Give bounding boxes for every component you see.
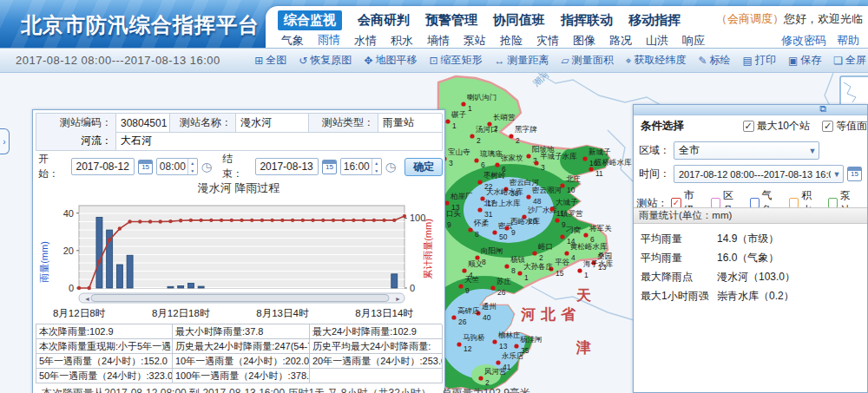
station-dot[interactable] (534, 160, 538, 165)
station-dot[interactable] (583, 233, 588, 237)
sub-nav-item[interactable]: 路况 (609, 33, 632, 48)
station-dot[interactable] (451, 315, 456, 319)
station-dot[interactable] (478, 376, 483, 380)
tool-measure-distance[interactable]: ↔测量距离 (494, 53, 549, 68)
main-nav-item[interactable]: 预警管理 (425, 12, 477, 29)
tool-pan[interactable]: ✥地图平移 (364, 53, 417, 68)
station-dot[interactable] (496, 360, 500, 364)
station-value-label: 4 (571, 253, 575, 262)
sub-nav-item[interactable]: 抢险 (500, 33, 523, 48)
nav-container: 综合监视会商研判预警管理协同值班指挥联动移动指挥 气象雨情水情积水墒情泵站抢险灾… (266, 6, 868, 48)
sub-nav-item[interactable]: 水情 (354, 33, 377, 48)
station-dot[interactable] (526, 154, 530, 158)
station-dot[interactable] (504, 264, 509, 268)
station-dot[interactable] (462, 268, 466, 272)
station-dot[interactable] (477, 207, 482, 212)
sub-nav-item[interactable]: 图像 (573, 33, 595, 48)
station-dot[interactable] (555, 218, 559, 222)
sub-nav-item[interactable]: 响应 (682, 33, 705, 48)
checkbox-icon[interactable]: ✓ (822, 121, 833, 132)
panel-collapse-tab[interactable]: › (0, 128, 10, 154)
sub-nav-item[interactable]: 泵站 (464, 33, 486, 48)
confirm-button[interactable]: 确定 (404, 158, 443, 176)
station-dot[interactable] (514, 344, 518, 348)
start-time-stepper[interactable]: 08:00 ▲▼ (156, 158, 198, 175)
station-dot[interactable] (468, 227, 472, 232)
station-dot[interactable] (477, 180, 482, 184)
main-nav-item[interactable]: 协同值班 (493, 12, 545, 29)
station-dot[interactable] (577, 268, 582, 272)
line-marker (321, 219, 325, 222)
main-nav-item[interactable]: 指挥联动 (561, 12, 613, 29)
stats-cell: 本次降雨量重现期:小于5年一遇 (36, 339, 173, 354)
sub-nav-item[interactable]: 积水 (391, 33, 413, 48)
station-dot[interactable] (504, 226, 509, 230)
station-dot[interactable] (458, 284, 463, 288)
start-date-input[interactable]: 2017-08-12 (71, 158, 135, 175)
station-dot[interactable] (495, 162, 499, 167)
tool-print[interactable]: ▤打印 (743, 53, 776, 68)
tool-reset-view[interactable]: ↺恢复原图 (299, 53, 352, 68)
help-link[interactable]: 帮助 (837, 33, 859, 48)
station-dot[interactable] (492, 230, 496, 234)
clock-icon[interactable]: ◷ (385, 160, 396, 174)
window-restore-icon[interactable]: ⧉ (819, 104, 826, 115)
station-dot[interactable] (526, 194, 530, 199)
line-marker (240, 219, 243, 222)
sub-nav-item[interactable]: 雨情 (318, 32, 340, 48)
station-dot[interactable] (509, 134, 513, 138)
station-dot[interactable] (470, 134, 474, 138)
main-nav-item[interactable]: 移动指挥 (628, 12, 681, 29)
tool-draw[interactable]: ✎标绘 (698, 53, 730, 68)
tool-measure-area[interactable]: ▱测量面积 (561, 53, 613, 68)
station-dot[interactable] (490, 285, 495, 290)
tool-save[interactable]: ▣保存 (788, 53, 821, 68)
station-dot[interactable] (474, 158, 478, 162)
tool-coordinates[interactable]: ⌖获取经纬度 (626, 53, 687, 68)
scroll-right-arrow[interactable]: ► (395, 296, 401, 302)
station-dot[interactable] (457, 342, 461, 346)
station-dot[interactable] (532, 251, 536, 255)
station-dot[interactable] (461, 102, 465, 106)
sub-nav-item[interactable]: 墒情 (427, 33, 450, 48)
calendar-icon[interactable]: 15 (322, 160, 336, 174)
region-select[interactable]: 全市 ▼ (674, 141, 819, 160)
overview-minimap[interactable] (840, 76, 868, 106)
time-spinner[interactable]: ▲▼ (187, 159, 197, 174)
chart-scrollbar-thumb[interactable] (91, 295, 389, 302)
change-password-link[interactable]: 修改密码 (781, 33, 826, 48)
clock-icon[interactable]: ◷ (201, 160, 212, 174)
station-dot[interactable] (445, 119, 450, 123)
time-spinner[interactable]: ▲▼ (372, 159, 381, 174)
station-dot[interactable] (564, 251, 569, 255)
station-dot[interactable] (589, 167, 593, 171)
sub-nav-item[interactable]: 灾情 (536, 33, 559, 48)
calendar-icon[interactable]: 15 (847, 167, 862, 181)
time-select[interactable]: 2017-08-12 08:00---2017-08-13 16:00 ▼ (674, 165, 844, 183)
isoline-checkbox[interactable]: ✓ 等值面 (822, 119, 867, 134)
station-dot[interactable] (517, 271, 522, 275)
station-dot[interactable] (582, 156, 587, 160)
station-name-label: 琉璃庙 (479, 149, 503, 158)
station-dot[interactable] (560, 183, 564, 187)
station-dot[interactable] (560, 234, 564, 239)
end-date-input[interactable]: 2017-08-13 (255, 158, 319, 175)
full-extent-icon: ⊞ (254, 55, 263, 67)
station-dot[interactable] (549, 206, 554, 211)
main-nav-item[interactable]: 综合监视 (278, 10, 342, 30)
end-time-stepper[interactable]: 16:00 ▲▼ (340, 158, 382, 175)
scroll-left-arrow[interactable]: ◄ (84, 296, 90, 302)
tool-full-extent[interactable]: ⊞全图 (254, 53, 286, 68)
station-dot[interactable] (492, 339, 496, 344)
main-nav-item[interactable]: 会商研判 (358, 12, 410, 29)
sub-nav-item[interactable]: 山洪 (646, 33, 668, 48)
calendar-icon[interactable]: 15 (138, 160, 152, 174)
line-marker (382, 219, 385, 222)
sub-nav-item[interactable]: 气象 (281, 33, 304, 48)
station-dot[interactable] (444, 200, 449, 205)
tool-full-screen[interactable]: ❏全屏 (833, 53, 866, 68)
max-stations-checkbox[interactable]: ✓ 最大10个站 (743, 119, 810, 134)
dispatch-mode-label[interactable]: （会商调度） (716, 12, 784, 25)
checkbox-icon[interactable]: ✓ (743, 121, 754, 132)
tool-zoom-rectangle[interactable]: ⊡缩至矩形 (429, 53, 482, 68)
